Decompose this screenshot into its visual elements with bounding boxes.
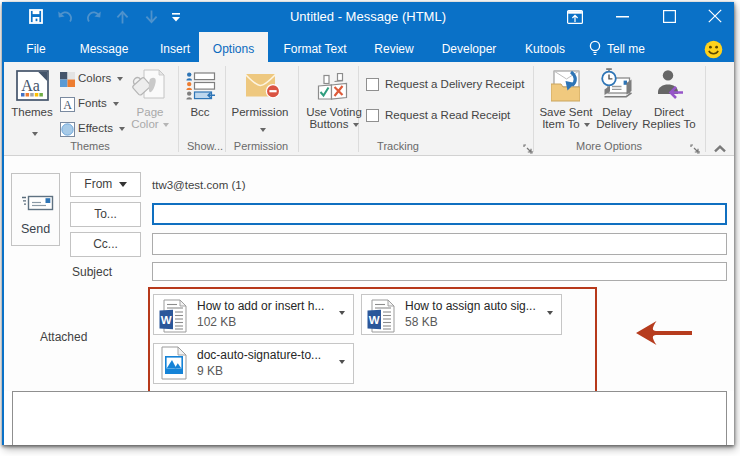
svg-text:W: W <box>369 314 380 326</box>
svg-text:W: W <box>161 314 172 326</box>
svg-text:A: A <box>63 98 72 112</box>
svg-text:Aa: Aa <box>21 77 40 94</box>
